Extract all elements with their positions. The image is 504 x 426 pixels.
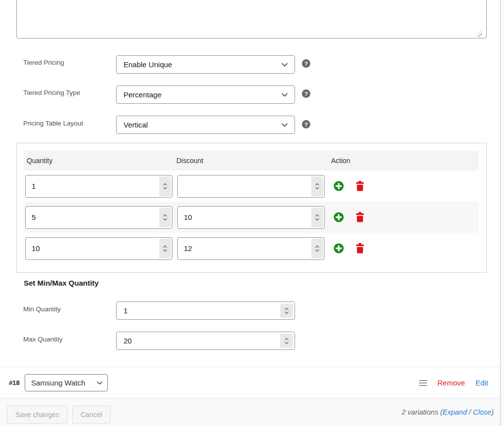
number-stepper-icon[interactable]	[159, 239, 171, 258]
drag-handle-icon[interactable]	[419, 380, 427, 386]
chevron-down-icon	[281, 62, 288, 67]
min-quantity-input[interactable]	[116, 301, 295, 320]
add-tier-button[interactable]	[334, 212, 344, 222]
tiered-pricing-select[interactable]: Enable Unique	[116, 55, 295, 74]
variation-attribute-selected-value: Samsung Watch	[31, 379, 85, 387]
delete-tier-button[interactable]	[355, 181, 365, 191]
number-stepper-icon[interactable]	[159, 176, 171, 196]
chevron-down-icon	[281, 123, 288, 127]
tiered-pricing-type-label: Tiered Pricing Type	[23, 89, 81, 96]
action-column-header: Action	[328, 157, 479, 165]
tier-quantity-input[interactable]	[25, 206, 172, 229]
cancel-button[interactable]: Cancel	[72, 406, 111, 424]
tier-discount-input[interactable]	[177, 175, 325, 198]
discount-column-header: Discount	[176, 157, 328, 165]
chevron-down-icon	[96, 381, 103, 385]
plus-circle-icon	[334, 212, 344, 222]
tier-discount-input[interactable]	[177, 206, 325, 229]
tier-row	[24, 170, 479, 202]
tiered-pricing-label: Tiered Pricing	[23, 59, 64, 66]
quantity-column-header: Quantity	[24, 157, 176, 165]
chevron-down-icon	[281, 92, 288, 97]
tiered-pricing-type-select[interactable]: Percentage	[116, 85, 295, 104]
close-variations-link[interactable]: Close	[473, 408, 491, 416]
number-stepper-icon[interactable]	[159, 208, 171, 227]
remove-variation-link[interactable]: Remove	[437, 379, 465, 387]
variations-count-text: 2 variations (	[402, 408, 443, 416]
tiered-pricing-selected-value: Enable Unique	[124, 60, 172, 69]
number-stepper-icon[interactable]	[280, 334, 293, 348]
tier-quantity-input[interactable]	[25, 237, 172, 260]
number-stepper-icon[interactable]	[311, 208, 323, 227]
tier-row	[24, 233, 479, 264]
min-quantity-label: Min Quantity	[23, 305, 61, 313]
tiered-pricing-type-selected-value: Percentage	[124, 90, 162, 99]
tiered-pricing-table: Quantity Discount Action	[16, 143, 487, 273]
tier-row	[24, 202, 479, 233]
expand-variations-link[interactable]: Expand	[443, 408, 467, 416]
add-tier-button[interactable]	[334, 181, 344, 191]
trash-icon	[355, 181, 365, 191]
add-tier-button[interactable]	[334, 243, 344, 254]
variations-summary: 2 variations (Expand / Close)	[402, 398, 494, 426]
edit-variation-link[interactable]: Edit	[475, 379, 488, 387]
tiered-pricing-help-icon[interactable]: ?	[302, 59, 310, 68]
trash-icon	[355, 212, 365, 222]
minmax-section-heading: Set Min/Max Quantity	[24, 279, 99, 287]
number-stepper-icon[interactable]	[280, 303, 293, 318]
variation-attribute-select[interactable]: Samsung Watch	[25, 374, 108, 391]
pricing-table-layout-select[interactable]: Vertical	[116, 116, 295, 134]
number-stepper-icon[interactable]	[311, 239, 323, 258]
max-quantity-input[interactable]	[116, 332, 295, 350]
variation-divider	[0, 367, 501, 367]
pricing-table-layout-help-icon[interactable]: ?	[302, 120, 310, 128]
variations-toolbar: Save changes Cancel 2 variations (Expand…	[0, 398, 501, 426]
save-changes-button[interactable]: Save changes	[7, 406, 68, 424]
tier-discount-input[interactable]	[177, 237, 325, 260]
tiered-pricing-table-header: Quantity Discount Action	[24, 151, 479, 170]
delete-tier-button[interactable]	[355, 243, 365, 254]
pricing-notes-textarea[interactable]: Pricing Type layout: Vertical	[16, 0, 487, 39]
summary-suffix: )	[491, 408, 494, 416]
plus-circle-icon	[334, 243, 344, 254]
trash-icon	[355, 243, 365, 254]
plus-circle-icon	[334, 181, 344, 191]
vertical-scrollbar[interactable]	[500, 0, 504, 426]
pricing-table-layout-label: Pricing Table Layout	[23, 120, 83, 127]
tier-quantity-input[interactable]	[25, 175, 172, 198]
max-quantity-label: Max Quantity	[23, 336, 63, 343]
pricing-table-layout-selected-value: Vertical	[124, 121, 148, 129]
delete-tier-button[interactable]	[355, 212, 365, 222]
tiered-pricing-type-help-icon[interactable]: ?	[302, 89, 310, 98]
number-stepper-icon[interactable]	[311, 176, 323, 196]
summary-separator: /	[467, 408, 473, 416]
variation-number: #18	[9, 379, 20, 386]
